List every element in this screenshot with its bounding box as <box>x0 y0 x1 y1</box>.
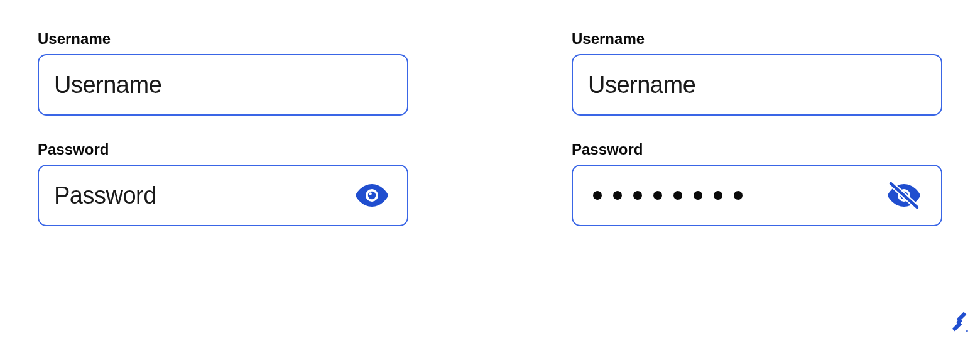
username-field-group: Username Username <box>38 30 408 116</box>
svg-text:R: R <box>966 330 967 333</box>
password-dot <box>714 191 722 200</box>
username-field-group: Username Username <box>572 30 942 116</box>
password-input[interactable] <box>572 165 942 226</box>
password-dot <box>653 191 662 200</box>
password-input-text: Password <box>54 182 352 209</box>
username-label: Username <box>572 30 942 48</box>
password-label: Password <box>572 141 942 158</box>
form-column-masked: Username Username Password <box>572 30 942 251</box>
password-input[interactable]: Password <box>38 165 408 226</box>
password-dot <box>694 191 702 200</box>
password-dot <box>633 191 642 200</box>
password-field-group: Password Password <box>38 141 408 226</box>
toptal-logo-icon: R <box>950 310 969 333</box>
username-input[interactable]: Username <box>38 54 408 116</box>
svg-point-1 <box>368 192 376 199</box>
form-columns: Username Username Password Password <box>0 0 980 251</box>
password-field-group: Password <box>572 141 942 226</box>
password-masked-dots <box>588 191 882 200</box>
password-dot <box>613 191 622 200</box>
username-input-text: Username <box>54 72 392 99</box>
toggle-password-visibility-button[interactable] <box>352 180 392 210</box>
password-label: Password <box>38 141 408 158</box>
password-dot <box>593 191 602 200</box>
form-column-visible: Username Username Password Password <box>38 30 408 251</box>
username-input[interactable]: Username <box>572 54 942 116</box>
password-dot <box>673 191 682 200</box>
brand-logo: R <box>950 310 969 335</box>
svg-point-2 <box>369 192 372 195</box>
password-dot <box>734 191 743 200</box>
toggle-password-visibility-button[interactable] <box>882 177 926 214</box>
username-input-text: Username <box>588 72 926 99</box>
eye-icon <box>356 184 388 207</box>
eye-slash-icon <box>886 181 922 210</box>
username-label: Username <box>38 30 408 48</box>
